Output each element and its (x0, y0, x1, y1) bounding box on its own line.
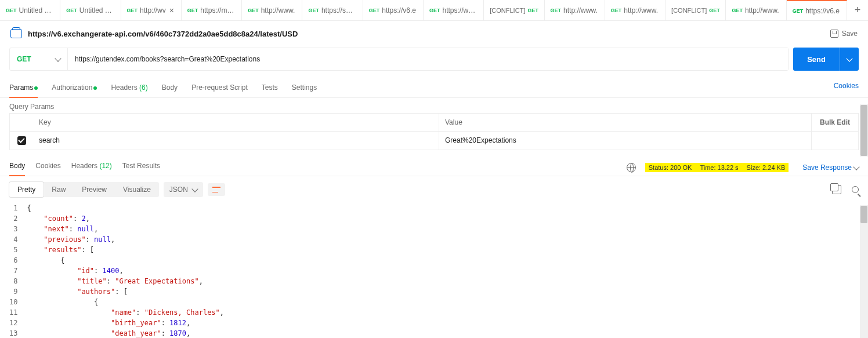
qp-header-row: Key Value Bulk Edit (10, 114, 858, 132)
workspace-tab[interactable]: GEThttps://www (424, 0, 484, 21)
tab-method: GET (66, 8, 77, 13)
conflict-badge: [CONFLICT] (671, 7, 707, 14)
search-icon[interactable] (852, 186, 859, 193)
bulk-edit-button[interactable]: Bulk Edit (812, 114, 858, 131)
send-dropdown[interactable] (840, 48, 859, 71)
globe-icon[interactable] (627, 163, 636, 172)
tab-title: Untitled Req (19, 6, 55, 14)
method-url-group: GET (9, 48, 789, 71)
wrap-icon (212, 187, 220, 192)
workspace-tab[interactable]: GEThttps://swap (302, 0, 363, 21)
tab-prerequest[interactable]: Pre-request Script (191, 80, 248, 97)
workspace-tab[interactable]: GEThttp://www. (605, 0, 666, 21)
format-label: JSON (169, 186, 188, 194)
cookies-link[interactable]: Cookies (834, 82, 859, 96)
tab-title: https://m.me (200, 6, 236, 14)
tab-tests[interactable]: Tests (262, 80, 278, 97)
tab-method: GET (308, 8, 319, 13)
line-number: 8 (9, 276, 17, 286)
query-params-title: Query Params (0, 98, 868, 113)
tab-auth-label: Authorization (52, 83, 92, 92)
resp-tab-cookies[interactable]: Cookies (35, 159, 60, 176)
qp-row: search Great%20Expectations (10, 132, 858, 150)
line-gutter: 12345678910111213 (9, 203, 27, 338)
save-response-button[interactable]: Save Response (802, 163, 859, 172)
tab-title: http://www. (624, 6, 658, 14)
tab-headers[interactable]: Headers (6) (111, 80, 147, 97)
qp-actions (812, 132, 858, 150)
tab-method: GET (732, 8, 743, 13)
status-box: Status: 200 OK Time: 13.22 s Size: 2.24 … (627, 163, 859, 172)
format-selector[interactable]: JSON (164, 182, 203, 197)
response-header: Body Cookies Headers (12) Test Results S… (0, 154, 868, 176)
workspace-tab[interactable]: GEThttps://v6.e (787, 0, 847, 21)
resp-headers-label: Headers (71, 162, 97, 170)
tab-method: GET (187, 8, 198, 13)
tab-strip: GETUntitled ReqGETUntitled ReqGEThttp://… (0, 0, 868, 21)
method-value: GET (17, 55, 56, 63)
status-highlight: Status: 200 OK Time: 13.22 s Size: 2.24 … (645, 163, 789, 172)
tab-headers-label: Headers (111, 83, 137, 92)
line-number: 12 (9, 318, 17, 328)
qp-key-cell[interactable]: search (33, 132, 439, 150)
line-number: 3 (9, 224, 17, 234)
breadcrumb-url[interactable]: https://v6.exchangerate-api.com/v6/460c7… (28, 30, 830, 38)
workspace-tab[interactable]: GEThttps://v6.e (363, 0, 424, 21)
code-content[interactable]: { "count": 2, "next": null, "previous": … (27, 203, 859, 338)
scrollbar[interactable] (860, 205, 868, 338)
tab-title: https://www (442, 6, 478, 14)
view-pretty[interactable]: Pretty (9, 182, 44, 197)
dot-indicator (93, 86, 97, 90)
workspace-tab[interactable]: GETUntitled Req (0, 0, 60, 21)
view-mode-group: Pretty Raw Preview Visualize (9, 182, 159, 197)
save-icon (830, 30, 838, 38)
tab-method: GET (793, 8, 804, 14)
view-preview[interactable]: Preview (74, 182, 115, 197)
tab-title: https://v6.e (805, 7, 840, 15)
qp-value-header: Value (439, 114, 812, 131)
line-number: 11 (9, 307, 17, 318)
workspace-tab[interactable]: GEThttp://wv× (121, 0, 182, 21)
workspace-tab[interactable]: GETUntitled Req (60, 0, 121, 21)
copy-icon[interactable] (832, 185, 841, 194)
tab-title: http://wv (140, 6, 166, 14)
workspace-tab[interactable]: [CONFLICT]GET (484, 0, 544, 21)
tab-title: http://www. (745, 6, 779, 14)
wrap-toggle[interactable] (208, 183, 225, 196)
tab-settings[interactable]: Settings (292, 80, 317, 97)
line-number: 9 (9, 286, 17, 297)
resp-headers-count: (12) (99, 162, 111, 170)
workspace-tab[interactable]: GEThttp://www. (545, 0, 605, 21)
headers-count: (6) (139, 83, 148, 92)
tab-params[interactable]: Params (9, 80, 38, 97)
workspace-tab[interactable]: [CONFLICT]GET (666, 0, 726, 21)
save-button[interactable]: Save (830, 30, 858, 38)
url-input[interactable] (68, 48, 788, 70)
workspace-tab[interactable]: GEThttps://m.me (182, 0, 242, 21)
tab-authorization[interactable]: Authorization (52, 80, 97, 97)
tab-body[interactable]: Body (162, 80, 178, 97)
workspace-tab[interactable]: GEThttp://www. (242, 0, 302, 21)
status-time: Time: 13.22 s (700, 164, 738, 171)
view-raw[interactable]: Raw (44, 182, 74, 197)
view-visualize[interactable]: Visualize (115, 182, 159, 197)
tab-title: https://v6.e (382, 6, 416, 14)
resp-tab-headers[interactable]: Headers (12) (71, 159, 112, 176)
tab-method: GET (369, 8, 380, 13)
close-icon[interactable]: × (169, 6, 174, 15)
workspace-tab[interactable]: GEThttp://www. (726, 0, 786, 21)
line-number: 2 (9, 213, 17, 224)
qp-key-header: Key (33, 114, 439, 131)
request-line: GET Send (0, 43, 868, 75)
send-button[interactable]: Send (793, 48, 859, 71)
resp-tab-body[interactable]: Body (9, 159, 25, 176)
qp-value-cell[interactable]: Great%20Expectations (439, 132, 812, 150)
new-tab-button[interactable]: + (847, 0, 868, 20)
qp-checkbox-cell[interactable] (10, 132, 33, 150)
scrollbar[interactable] (860, 104, 868, 157)
resp-tab-tests[interactable]: Test Results (122, 159, 160, 176)
checkbox-checked-icon (17, 136, 26, 145)
method-selector[interactable]: GET (10, 48, 68, 70)
tab-method: GET (611, 8, 622, 13)
tab-title: Untitled Req (79, 6, 115, 14)
